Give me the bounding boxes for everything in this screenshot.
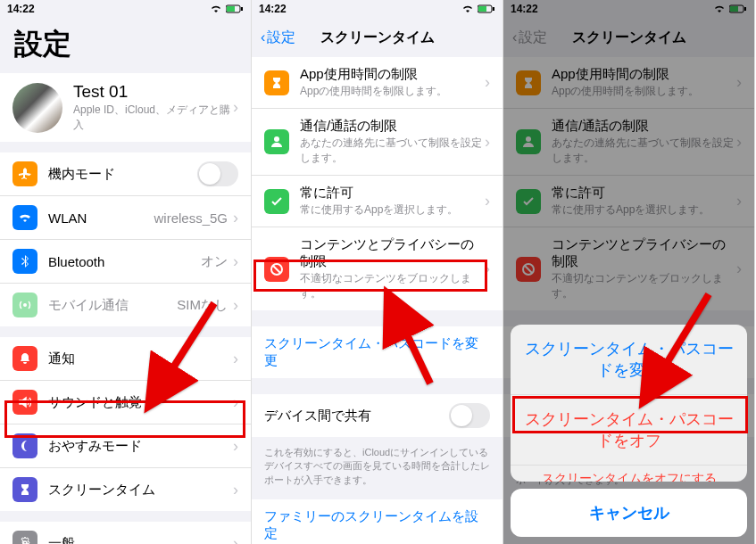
sheet-cancel-button[interactable]: キャンセル <box>511 489 747 537</box>
speaker-icon <box>12 390 37 415</box>
row-label: コンテンツとプライバシーの制限 <box>300 236 485 270</box>
chevron-icon: › <box>233 534 238 545</box>
settings-content[interactable]: 設定 Test 01 Apple ID、iCloud、メディアと購入 › 機内モ… <box>0 18 251 544</box>
moon-icon <box>12 433 37 458</box>
share-devices-row[interactable]: デバイス間で共有 <box>252 394 503 437</box>
row-label: スクリーンタイム <box>48 482 155 499</box>
dnd-row[interactable]: おやすみモード › <box>0 424 251 468</box>
row-label: デバイス間で共有 <box>264 408 371 424</box>
airplane-icon <box>12 161 37 186</box>
sheet-turn-off-passcode[interactable]: スクリーンタイム・パスコードをオフ <box>511 395 747 466</box>
row-label: ファミリーのスクリーンタイムを設定 <box>264 508 490 542</box>
family-setup-row[interactable]: ファミリーのスクリーンタイムを設定 <box>252 499 503 544</box>
person-icon <box>264 129 289 154</box>
hourglass-icon <box>264 70 289 95</box>
phone-settings: 14:22 設定 Test 01 Apple ID、iCloud、メディアと購入… <box>0 0 252 544</box>
bluetooth-row[interactable]: Bluetooth オン › <box>0 240 251 284</box>
hourglass-icon <box>12 477 37 502</box>
svg-line-17 <box>273 266 280 273</box>
sheet-label: スクリーンタイム・パスコードをオフ <box>525 410 734 449</box>
app-limits-row[interactable]: App使用時間の制限Appの使用時間を制限します。 › <box>252 57 503 109</box>
general-row[interactable]: 一般 › <box>0 522 251 544</box>
profile-row[interactable]: Test 01 Apple ID、iCloud、メディアと購入 › <box>0 73 251 142</box>
avatar <box>12 83 62 133</box>
svg-rect-13 <box>478 6 486 12</box>
chevron-icon: › <box>485 260 490 278</box>
chevron-icon: › <box>233 209 238 227</box>
svg-rect-14 <box>493 7 494 11</box>
row-sub: あなたの連絡先に基づいて制限を設定します。 <box>300 136 485 166</box>
page-title: 設定 <box>0 18 251 73</box>
svg-rect-2 <box>241 7 243 11</box>
status-bar: 14:22 <box>252 0 503 18</box>
status-icons <box>461 4 495 13</box>
svg-point-15 <box>274 136 279 142</box>
chevron-icon: › <box>233 350 238 368</box>
sheet-label: キャンセル <box>589 504 669 522</box>
row-sub: 常に使用するAppを選択します。 <box>300 202 485 218</box>
airplane-row[interactable]: 機内モード <box>0 152 251 196</box>
row-sub: 不適切なコンテンツをブロックします。 <box>300 271 485 301</box>
sheet-turn-off-partial[interactable]: スクリーンタイムをオフにする <box>511 466 747 482</box>
phone-actionsheet: 14:22 ‹設定 スクリーンタイム App使用時間の制限Appの使用時間を制限… <box>503 0 755 544</box>
sheet-label: スクリーンタイムをオフにする <box>542 471 717 482</box>
svg-rect-1 <box>227 6 235 12</box>
sounds-row[interactable]: サウンドと触覚 › <box>0 381 251 424</box>
row-label: 通知 <box>48 350 75 367</box>
comm-limits-row[interactable]: 通信/通話の制限あなたの連絡先に基づいて制限を設定します。 › <box>252 109 503 176</box>
notifications-row[interactable]: 通知 › <box>0 337 251 381</box>
wifi-icon <box>210 4 222 13</box>
always-allowed-row[interactable]: 常に許可常に使用するAppを選択します。 › <box>252 176 503 227</box>
wifi-icon <box>461 4 474 13</box>
nav-title: スクリーンタイム <box>320 29 435 47</box>
chevron-icon: › <box>485 133 490 152</box>
row-label: 通信/通話の制限 <box>300 118 485 135</box>
wifi-icon <box>12 205 37 230</box>
content-privacy-row[interactable]: コンテンツとプライバシーの制限不適切なコンテンツをブロックします。 › <box>252 227 503 310</box>
share-toggle[interactable] <box>449 403 490 428</box>
svg-point-3 <box>23 303 27 307</box>
row-detail: SIMなし <box>177 297 228 314</box>
nosign-icon <box>264 257 289 282</box>
bell-icon <box>12 346 37 371</box>
row-label: 一般 <box>48 535 75 545</box>
status-icons <box>210 4 244 13</box>
screentime-row[interactable]: スクリーンタイム › <box>0 468 251 511</box>
chevron-icon: › <box>233 296 238 315</box>
airplane-toggle[interactable] <box>197 161 238 186</box>
row-label: 機内モード <box>48 166 115 183</box>
back-label: 設定 <box>267 29 295 47</box>
back-button[interactable]: ‹設定 <box>261 29 295 47</box>
chevron-left-icon: ‹ <box>261 29 265 45</box>
chevron-icon: › <box>485 192 490 210</box>
action-sheet: スクリーンタイム・パスコードを変更 スクリーンタイム・パスコードをオフ スクリー… <box>503 317 754 544</box>
screentime-content[interactable]: App使用時間の制限Appの使用時間を制限します。 › 通信/通話の制限あなたの… <box>252 57 503 544</box>
row-label: スクリーンタイム・パスコードを変更 <box>264 335 490 369</box>
bluetooth-icon <box>12 249 37 274</box>
cellular-icon <box>12 293 37 317</box>
row-label: Bluetooth <box>48 254 104 269</box>
row-label: 常に許可 <box>300 185 485 202</box>
chevron-icon: › <box>233 252 238 271</box>
row-detail: オン <box>201 253 228 270</box>
row-label: モバイル通信 <box>48 297 129 314</box>
sheet-change-passcode[interactable]: スクリーンタイム・パスコードを変更 <box>511 325 747 395</box>
row-label: WLAN <box>48 210 87 226</box>
change-passcode-row[interactable]: スクリーンタイム・パスコードを変更 <box>252 326 503 378</box>
profile-name: Test 01 <box>73 82 233 102</box>
wlan-row[interactable]: WLAN wireless_5G › <box>0 196 251 240</box>
chevron-icon: › <box>233 437 238 456</box>
share-footer: これを有効にすると、iCloudにサインインしているデバイスすべての画面を見てい… <box>252 441 503 499</box>
nav-bar: ‹設定 スクリーンタイム <box>252 18 503 57</box>
status-time: 14:22 <box>7 3 35 15</box>
profile-sub: Apple ID、iCloud、メディアと購入 <box>73 103 233 133</box>
row-label: おやすみモード <box>48 438 142 455</box>
chevron-icon: › <box>233 393 238 412</box>
chevron-icon: › <box>233 481 238 499</box>
cellular-row[interactable]: モバイル通信 SIMなし › <box>0 284 251 326</box>
chevron-icon: › <box>233 98 238 117</box>
row-label: サウンドと触覚 <box>48 394 142 411</box>
gear-icon <box>12 531 37 544</box>
check-icon <box>264 189 289 214</box>
status-time: 14:22 <box>259 3 287 15</box>
